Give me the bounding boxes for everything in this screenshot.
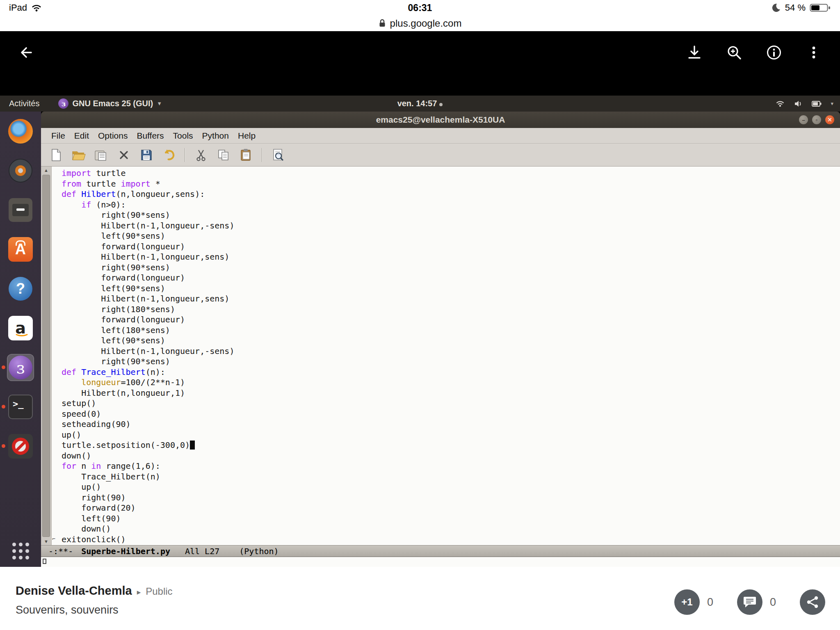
code-line[interactable]: up() — [62, 430, 840, 441]
open-file-button[interactable] — [70, 146, 87, 164]
toolbar-separator — [185, 148, 185, 162]
menu-buffers[interactable]: Buffers — [132, 128, 168, 144]
code-line[interactable]: right(90*sens) — [62, 210, 840, 221]
cut-button[interactable] — [192, 146, 210, 164]
panel-clock-label: ven. 14:57 — [397, 99, 437, 108]
browser-url-bar[interactable]: plus.google.com — [0, 16, 840, 31]
menu-edit[interactable]: Edit — [70, 128, 94, 144]
fringe-continuation-icon: ⌐ — [52, 536, 55, 542]
info-button[interactable] — [765, 43, 783, 62]
code-line[interactable]: Hilbert(n-1,longueur,sens) — [62, 252, 840, 262]
code-line[interactable]: setheading(90) — [62, 419, 840, 430]
music-player-icon[interactable] — [7, 157, 34, 184]
scrollbar-up-arrow[interactable]: ▲ — [41, 168, 51, 173]
help-icon[interactable]: ? — [7, 275, 34, 302]
code-line[interactable]: from turtle import * — [62, 179, 840, 189]
emacs-icon[interactable]: ε — [7, 354, 34, 381]
plus-one-count: 0 — [707, 596, 713, 609]
code-area[interactable]: import turtlefrom turtle import *def Hil… — [57, 167, 840, 545]
show-applications-icon[interactable] — [12, 543, 29, 559]
emacs-buffer: ▲ ▼ ⌐ import turtlefrom turtle import *d… — [41, 167, 840, 545]
forbidden-icon[interactable] — [7, 433, 34, 460]
code-line[interactable]: turtle.setposition(-300,0) — [62, 440, 840, 451]
code-line[interactable]: forward(longueur) — [62, 315, 840, 325]
url-text: plus.google.com — [390, 18, 462, 29]
running-indicator-dot — [2, 444, 5, 448]
copy-button[interactable] — [215, 146, 232, 164]
file-drawer-icon[interactable] — [7, 196, 34, 224]
scrollbar-thumb[interactable] — [42, 175, 50, 537]
code-line[interactable]: for n in range(1,6): — [62, 461, 840, 472]
post-title[interactable]: Souvenirs, souvenirs — [16, 604, 119, 616]
battery-indicator-icon — [812, 100, 822, 107]
post-visibility[interactable]: Public — [146, 586, 172, 597]
menu-file[interactable]: File — [47, 128, 70, 144]
software-center-icon[interactable]: A — [7, 236, 34, 263]
code-line[interactable]: left(90*sens) — [62, 231, 840, 242]
code-line[interactable]: down() — [62, 451, 840, 461]
paste-button[interactable] — [237, 146, 255, 164]
zoom-button[interactable] — [725, 43, 743, 62]
menu-help[interactable]: Help — [233, 128, 260, 144]
code-line[interactable]: speed(0) — [62, 409, 840, 420]
dired-button[interactable] — [93, 146, 110, 164]
menu-options[interactable]: Options — [94, 128, 132, 144]
code-line[interactable]: right(90) — [62, 493, 840, 503]
code-line[interactable]: left(90*sens) — [62, 283, 840, 294]
firefox-icon[interactable] — [7, 118, 34, 145]
code-line[interactable]: left(180*sens) — [62, 325, 840, 336]
running-indicator-dot — [2, 405, 5, 409]
code-line[interactable]: if (n>0): — [62, 200, 840, 210]
code-line[interactable]: forward(longueur) — [62, 242, 840, 252]
emacs-modeline: -:**- Superbe-Hilbert.py All L27 (Python… — [41, 545, 840, 557]
code-line[interactable]: setup() — [62, 398, 840, 409]
minimize-button[interactable]: – — [799, 115, 808, 124]
code-line[interactable]: longueur=100/(2**n-1) — [62, 377, 840, 388]
code-line[interactable]: left(90) — [62, 514, 840, 524]
ubuntu-top-panel: Activités ε GNU Emacs 25 (GUI) ▼ ven. 14… — [0, 96, 840, 112]
code-line[interactable]: def Trace_Hilbert(n): — [62, 367, 840, 378]
code-line[interactable]: import turtle — [62, 168, 840, 179]
save-button[interactable] — [138, 146, 155, 164]
do-not-disturb-moon-icon — [771, 3, 781, 13]
search-button[interactable] — [269, 146, 287, 164]
scrollbar[interactable]: ▲ ▼ — [41, 167, 52, 545]
code-line[interactable]: forward(longueur) — [62, 273, 840, 283]
download-button[interactable] — [685, 43, 703, 62]
code-line[interactable]: right(90*sens) — [62, 262, 840, 273]
back-button[interactable] — [16, 43, 35, 62]
code-line[interactable]: Hilbert(n,longueur,1) — [62, 388, 840, 399]
plus-one-button[interactable]: +1 — [674, 589, 700, 615]
comment-count: 0 — [770, 596, 776, 609]
code-line[interactable]: Hilbert(n-1,longueur,-sens) — [62, 221, 840, 231]
maximize-button[interactable]: ▫ — [812, 115, 821, 124]
panel-clock[interactable]: ven. 14:57 — [0, 99, 840, 108]
code-line[interactable]: up() — [62, 482, 840, 493]
window-titlebar[interactable]: emacs25@vellachemla-X510UA – ▫ ✕ — [41, 112, 840, 128]
close-button[interactable]: ✕ — [825, 115, 834, 124]
code-line[interactable]: Hilbert(n-1,longueur,sens) — [62, 294, 840, 304]
modeline-buffer-name: Superbe-Hilbert.py — [81, 546, 170, 556]
menu-python[interactable]: Python — [198, 128, 233, 144]
overflow-menu-button[interactable] — [805, 43, 823, 62]
post-author[interactable]: Denise Vella-Chemla — [16, 584, 132, 598]
comment-button[interactable] — [737, 589, 762, 615]
code-line[interactable]: left(90*sens) — [62, 336, 840, 346]
system-indicators[interactable]: ▾ — [776, 100, 833, 108]
menu-tools[interactable]: Tools — [169, 128, 198, 144]
share-button[interactable] — [800, 589, 825, 615]
new-file-button[interactable] — [48, 146, 65, 164]
code-line[interactable]: down() — [62, 524, 840, 534]
code-line[interactable]: right(90*sens) — [62, 356, 840, 367]
close-buffer-button[interactable] — [115, 146, 132, 164]
terminal-icon[interactable]: >_ — [7, 393, 34, 420]
scrollbar-down-arrow[interactable]: ▼ — [41, 539, 51, 544]
code-line[interactable]: right(180*sens) — [62, 304, 840, 315]
undo-button[interactable] — [160, 146, 178, 164]
code-line[interactable]: forward(20) — [62, 503, 840, 514]
code-line[interactable]: Hilbert(n-1,longueur,-sens) — [62, 346, 840, 357]
amazon-icon[interactable]: a — [7, 315, 34, 342]
code-line[interactable]: def Hilbert(n,longueur,sens): — [62, 189, 840, 200]
code-line[interactable]: exitonclick() — [62, 534, 840, 545]
code-line[interactable]: Trace_Hilbert(n) — [62, 472, 840, 482]
